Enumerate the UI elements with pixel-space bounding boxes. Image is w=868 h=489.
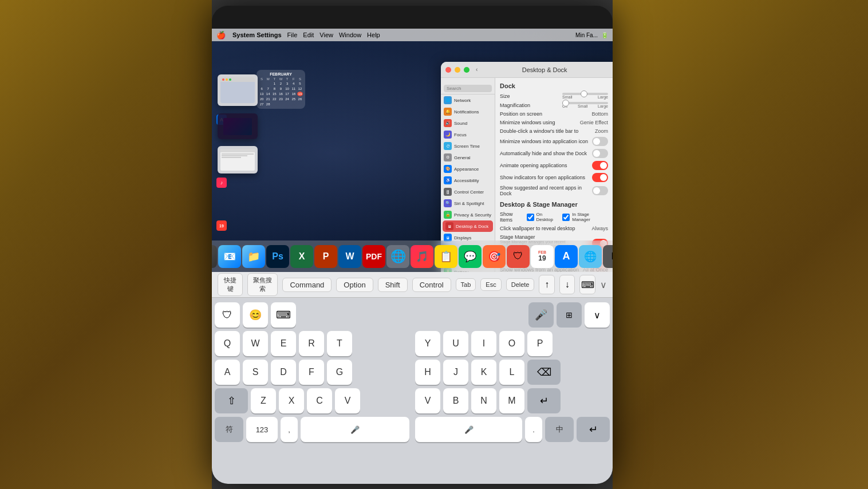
desktop-window-3[interactable] — [218, 146, 258, 173]
shortcut-btn[interactable]: 快捷键 — [218, 273, 243, 296]
command-btn[interactable]: Command — [282, 278, 332, 292]
chevron-down-key[interactable]: ∨ — [585, 302, 610, 328]
return-bottom-key[interactable]: ↵ — [577, 417, 610, 442]
dock-icon-powerpoint[interactable]: P — [314, 245, 337, 268]
delete-btn[interactable]: Delete — [506, 278, 535, 291]
dock-size-thumb[interactable] — [581, 90, 587, 97]
sidebar-item-privacy[interactable]: 🔒 Privacy & Security — [441, 209, 495, 220]
key-y[interactable]: Y — [415, 331, 440, 356]
dock-icon-music[interactable]: 🎵 — [411, 245, 433, 268]
dock-icon-pdf[interactable]: PDF — [362, 245, 385, 268]
emoji-key[interactable]: 😊 — [243, 302, 268, 328]
sidebar-item-controlcenter[interactable]: 🎛 Control Center — [441, 186, 495, 198]
settings-back-btn[interactable]: ‹ — [476, 66, 478, 73]
key-a[interactable]: A — [215, 360, 240, 385]
dock-position-value[interactable]: Bottom — [591, 111, 608, 117]
focus-search-btn[interactable]: 聚焦搜索 — [247, 273, 278, 296]
shift-btn[interactable]: Shift — [378, 278, 408, 292]
down-arrow-btn[interactable]: ↓ — [559, 275, 575, 294]
key-n[interactable]: N — [471, 388, 496, 413]
menu-edit[interactable]: Edit — [303, 31, 314, 38]
sidebar-item-screentime[interactable]: ⏱ Screen Time — [441, 140, 495, 152]
traffic-light-green[interactable] — [464, 67, 469, 73]
dock-icon-app1[interactable]: A — [555, 245, 578, 268]
dock-mintoicon-toggle[interactable] — [592, 137, 608, 146]
up-arrow-btn[interactable]: ↑ — [539, 275, 555, 294]
stage-clickwallpaper-value[interactable]: Always — [591, 226, 608, 231]
sidebar-item-desktop-dock[interactable]: 🖥 Desktop & Dock — [443, 220, 493, 232]
sidebar-item-accessibility[interactable]: ♿ Accessibility — [441, 175, 495, 186]
key-o[interactable]: O — [499, 331, 524, 356]
dock-indicators-toggle[interactable] — [592, 173, 608, 182]
traffic-light-red[interactable] — [445, 67, 451, 73]
sidebar-item-siri[interactable]: 🔍 Siri & Spotlight — [441, 198, 495, 209]
menu-file[interactable]: File — [287, 31, 298, 38]
grid-right-key[interactable]: ⊞ — [557, 302, 582, 328]
chinese-key[interactable]: 中 — [545, 417, 574, 442]
key-k[interactable]: K — [471, 360, 496, 385]
control-btn[interactable]: Control — [412, 278, 451, 292]
sidebar-item-sound[interactable]: 🔊 Sound — [441, 117, 495, 129]
return-key[interactable]: ↵ — [527, 388, 561, 413]
period-key[interactable]: . — [525, 417, 542, 442]
backspace-key[interactable]: ⌫ — [527, 360, 561, 385]
key-w[interactable]: W — [243, 331, 268, 356]
menu-view[interactable]: View — [319, 31, 333, 38]
key-i[interactable]: I — [471, 331, 496, 356]
key-t[interactable]: T — [327, 331, 352, 356]
stage-instagemanager-check[interactable] — [562, 214, 570, 221]
dock-icon-launchpad[interactable]: ⊞ — [212, 245, 217, 268]
dock-icon-mail[interactable]: 📧 — [218, 245, 241, 268]
key-g[interactable]: G — [327, 360, 352, 385]
key-p[interactable]: P — [527, 331, 553, 356]
dock-icon-extra1[interactable]: 🎯 — [483, 245, 506, 268]
key-r[interactable]: R — [299, 331, 324, 356]
space-right-key[interactable]: 🎤 — [415, 417, 522, 442]
dock-icon-browser[interactable]: 🌐 — [579, 245, 602, 268]
esc-btn[interactable]: Esc — [480, 278, 501, 291]
dock-icon-extra2[interactable]: 🛡 — [507, 245, 530, 268]
desktop-window-1[interactable] — [218, 74, 258, 106]
num-key[interactable]: 123 — [246, 417, 278, 442]
key-d[interactable]: D — [271, 360, 296, 385]
key-h[interactable]: H — [415, 360, 440, 385]
option-btn[interactable]: Option — [336, 278, 373, 292]
dock-autohide-toggle[interactable] — [592, 149, 608, 158]
key-v-right[interactable]: V — [415, 388, 440, 413]
sidebar-item-focus[interactable]: 🌙 Focus — [441, 129, 495, 140]
stage-ondesktop-check[interactable] — [527, 214, 534, 221]
dock-icon-files[interactable]: 📁 — [242, 245, 265, 268]
dock-icon-ps[interactable]: Ps — [266, 245, 289, 268]
dock-icon-calendar[interactable]: FEB19 — [531, 245, 554, 268]
comma-key[interactable]: , — [281, 417, 298, 442]
apple-menu-icon[interactable]: 🍎 — [216, 31, 226, 40]
key-q[interactable]: Q — [215, 331, 240, 356]
mic-right-key[interactable]: 🎤 — [528, 302, 554, 328]
traffic-light-yellow[interactable] — [455, 67, 460, 73]
key-m[interactable]: M — [499, 388, 524, 413]
key-l[interactable]: L — [499, 360, 524, 385]
dock-icon-chrome[interactable]: 🌐 — [386, 245, 409, 268]
dock-mag-slider[interactable] — [562, 102, 608, 104]
sidebar-item-notifications[interactable]: 🔔 Notifications — [441, 106, 495, 117]
menu-help[interactable]: Help — [367, 31, 380, 38]
desktop-window-2[interactable] — [218, 113, 258, 139]
shift-left-key[interactable]: ⇧ — [215, 388, 248, 413]
sidebar-item-general[interactable]: ⚙ General — [441, 152, 495, 163]
dock-icon-app2[interactable]: 🖥 — [603, 245, 613, 268]
sidebar-item-network[interactable]: 🌐 Network — [441, 94, 495, 106]
dock-doubleclick-value[interactable]: Zoom — [595, 128, 608, 134]
dock-icon-word[interactable]: W — [338, 245, 361, 268]
symbol-key[interactable]: 符 — [215, 417, 243, 442]
dock-icon-wechat[interactable]: 💬 — [459, 245, 482, 268]
dock-suggested-toggle[interactable] — [592, 186, 608, 195]
key-x[interactable]: X — [279, 388, 304, 413]
menu-window[interactable]: Window — [339, 31, 361, 38]
tab-btn[interactable]: Tab — [456, 278, 476, 291]
key-u[interactable]: U — [443, 331, 468, 356]
dock-size-slider[interactable] — [562, 93, 608, 95]
key-f[interactable]: F — [299, 360, 324, 385]
key-s[interactable]: S — [243, 360, 268, 385]
dock-icon-excel[interactable]: X — [290, 245, 313, 268]
key-e[interactable]: E — [271, 331, 296, 356]
